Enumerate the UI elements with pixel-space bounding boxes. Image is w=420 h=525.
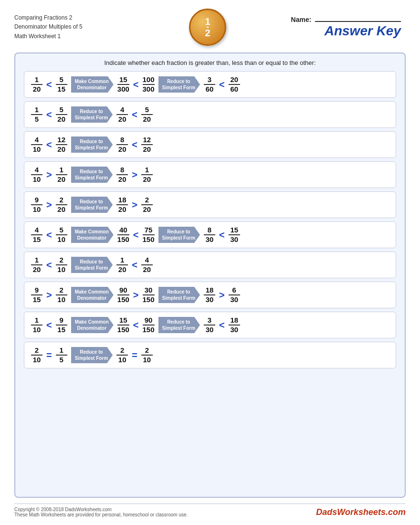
- arrow-button: Reduce toSimplest Form: [71, 136, 113, 153]
- fraction: 2 10: [31, 346, 42, 364]
- fraction: 90 150: [117, 286, 129, 304]
- operator: >: [219, 290, 225, 301]
- arrow-label: Make CommonDenominator: [71, 76, 114, 93]
- fraction: 2 10: [116, 346, 128, 364]
- footer-text: Copyright © 2008-2018 DadsWorksheets.com…: [14, 507, 188, 517]
- fraction: 1 20: [141, 166, 153, 184]
- arrow-label: Reduce toSimplest Form: [158, 76, 200, 93]
- arrow-label: Reduce toSimplest Form: [71, 106, 113, 123]
- fraction: 18 30: [204, 286, 215, 304]
- operator: <: [219, 230, 225, 241]
- fraction: 5 15: [56, 76, 67, 94]
- fraction: 9 15: [56, 316, 67, 334]
- main-box: Indicate whether each fraction is greate…: [14, 52, 406, 498]
- fraction: 100 300: [143, 76, 155, 94]
- fraction: 18 20: [116, 196, 128, 214]
- header-titles: Comparing Fractions 2 Denominator Multip…: [14, 13, 189, 41]
- fraction: 4 20: [141, 256, 153, 274]
- fraction: 9 15: [31, 286, 42, 304]
- footer: Copyright © 2008-2018 DadsWorksheets.com…: [14, 504, 406, 517]
- fraction: 1 20: [31, 256, 42, 274]
- fraction: 3 30: [204, 316, 215, 334]
- arrow-button: Reduce toSimplest Form: [158, 227, 200, 243]
- fraction: 2 20: [56, 196, 67, 214]
- arrow-button: Reduce toSimplest Form: [158, 287, 200, 303]
- operator: <: [46, 109, 52, 120]
- fraction: 15 300: [117, 76, 129, 94]
- fraction: 18 30: [229, 316, 240, 334]
- operator: >: [46, 169, 52, 180]
- operator: <: [133, 230, 139, 241]
- operator: <: [46, 79, 52, 90]
- problems-container: 1 20 < 5 15 Make CommonDenominator 15 30…: [24, 71, 396, 368]
- fraction: 4 10: [31, 136, 42, 154]
- fraction: 75 150: [143, 226, 155, 244]
- arrow-button: Make CommonDenominator: [71, 317, 114, 333]
- fraction: 90 150: [143, 316, 155, 334]
- fraction: 30 150: [143, 286, 155, 304]
- footer-brand: DadsWorksheets.com: [316, 507, 406, 517]
- fraction: 8 20: [116, 136, 128, 154]
- footer-copyright: Copyright © 2008-2018 DadsWorksheets.com: [14, 507, 188, 512]
- operator: <: [132, 139, 137, 150]
- fraction: 1 20: [56, 166, 67, 184]
- fraction: 4 10: [31, 166, 42, 184]
- problem-row: 4 10 < 12 20 Reduce toSimplest Form 8 20…: [24, 131, 396, 158]
- arrow-label: Make CommonDenominator: [71, 317, 114, 333]
- fraction: 12 20: [56, 136, 67, 154]
- fraction: 1 20: [116, 256, 128, 274]
- answer-key-label: Answer Key: [226, 23, 401, 39]
- operator: <: [132, 260, 137, 271]
- problem-row: 9 15 > 2 10 Make CommonDenominator 90 15…: [24, 282, 396, 308]
- problem-row: 2 10 = 1 5 Reduce toSimplest Form 2 10 =…: [24, 342, 396, 368]
- fraction: 8 30: [204, 226, 215, 244]
- arrow-button: Reduce toSimplest Form: [71, 167, 113, 183]
- operator: <: [133, 320, 139, 331]
- operator: <: [133, 79, 139, 90]
- fraction: 5 10: [56, 226, 67, 244]
- fraction: 15 30: [229, 226, 240, 244]
- operator: =: [46, 350, 52, 361]
- header-right: Name: Answer Key: [226, 16, 406, 39]
- name-line: [315, 21, 401, 22]
- fraction: 2 20: [141, 196, 153, 214]
- fraction: 4 15: [31, 226, 42, 244]
- fraction: 9 10: [31, 196, 42, 214]
- arrow-label: Make CommonDenominator: [71, 287, 114, 303]
- operator: <: [46, 260, 52, 271]
- arrow-label: Reduce toSimplest Form: [71, 197, 113, 213]
- fraction: 1 5: [56, 346, 67, 364]
- fraction: 8 20: [116, 166, 128, 184]
- arrow-button: Reduce toSimplest Form: [71, 257, 113, 273]
- arrow-button: Make CommonDenominator: [71, 76, 114, 93]
- arrow-label: Reduce toSimplest Form: [71, 347, 113, 363]
- fraction: 40 150: [117, 226, 129, 244]
- problem-row: 1 5 < 5 20 Reduce toSimplest Form 4 20 <…: [24, 101, 396, 128]
- operator: <: [219, 79, 225, 90]
- arrow-button: Reduce toSimplest Form: [71, 197, 113, 213]
- arrow-label: Reduce toSimplest Form: [71, 257, 113, 273]
- operator: <: [46, 139, 52, 150]
- problem-row: 1 20 < 5 15 Make CommonDenominator 15 30…: [24, 71, 396, 98]
- fraction: 5 20: [56, 106, 67, 124]
- arrow-button: Reduce toSimplest Form: [71, 106, 113, 123]
- page: Comparing Fractions 2 Denominator Multip…: [0, 0, 420, 525]
- problem-row: 1 20 < 2 10 Reduce toSimplest Form 1 20 …: [24, 252, 396, 278]
- instruction: Indicate whether each fraction is greate…: [24, 59, 396, 66]
- fraction: 1 5: [31, 106, 42, 124]
- arrow-label: Reduce toSimplest Form: [71, 136, 113, 153]
- fraction: 1 10: [31, 316, 42, 334]
- fraction: 2 10: [56, 286, 67, 304]
- arrow-button: Make CommonDenominator: [71, 287, 114, 303]
- operator: >: [132, 169, 137, 180]
- problem-row: 4 15 < 5 10 Make CommonDenominator 40 15…: [24, 221, 396, 248]
- logo: 1 2: [189, 9, 226, 46]
- operator: <: [46, 320, 52, 331]
- arrow-label: Make CommonDenominator: [71, 227, 114, 243]
- arrow-button: Reduce toSimplest Form: [71, 347, 113, 363]
- fraction: 6 30: [229, 286, 240, 304]
- header: Comparing Fractions 2 Denominator Multip…: [14, 9, 406, 46]
- fraction: 20 60: [229, 76, 240, 94]
- problem-row: 9 10 > 2 20 Reduce toSimplest Form 18 20…: [24, 191, 396, 218]
- fraction: 2 10: [141, 346, 153, 364]
